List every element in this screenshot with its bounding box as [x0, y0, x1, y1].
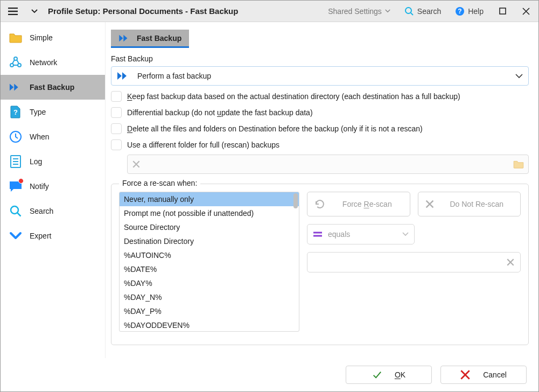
sidebar-item-label: Network — [30, 58, 57, 67]
search-icon — [9, 205, 22, 218]
scrollbar-thumb[interactable] — [293, 193, 298, 208]
sidebar-item-search[interactable]: Search — [1, 199, 105, 223]
combo-value: equals — [328, 230, 350, 239]
combo-value: Perform a fast backup — [137, 72, 211, 80]
checkbox-label: Delete all the files and folders on Dest… — [127, 124, 423, 133]
svg-point-6 — [18, 64, 21, 67]
list-item[interactable]: Never, manually only — [120, 192, 299, 206]
sidebar-item-label: Type — [30, 108, 46, 116]
sidebar: Simple Network Fast Backup ? Type — [1, 22, 106, 358]
section-label: Fast Backup — [111, 54, 529, 63]
titlebar: Profile Setup: Personal Documents - Fast… — [1, 1, 538, 22]
fast-backup-mode-combo[interactable]: Perform a fast backup — [111, 66, 529, 86]
list-item[interactable]: Prompt me (not possible if unattended) — [120, 206, 299, 220]
list-item[interactable]: Source Directory — [120, 220, 299, 234]
rescan-group: Force a re-scan when: Never, manually on… — [111, 184, 529, 345]
dialog-footer: OK Cancel — [1, 358, 538, 391]
svg-point-5 — [10, 64, 13, 67]
list-item[interactable]: Destination Directory — [120, 234, 299, 248]
fast-backup-icon — [117, 71, 131, 81]
list-item[interactable]: %DAYODDEVEN% — [120, 318, 299, 332]
button-label: OK — [395, 370, 405, 379]
sidebar-item-label: Expert — [30, 232, 51, 240]
list-item[interactable]: %DATE% — [120, 262, 299, 276]
group-legend: Force a re-scan when: — [119, 179, 200, 187]
sidebar-item-network[interactable]: Network — [1, 50, 105, 75]
list-item[interactable]: %DAY% — [120, 276, 299, 290]
profile-setup-window: Profile Setup: Personal Documents - Fast… — [0, 0, 539, 392]
sidebar-item-log[interactable]: Log — [1, 149, 105, 174]
sidebar-item-label: Log — [30, 157, 42, 166]
tab-strip: Fast Backup — [111, 25, 529, 48]
rescan-folder-input[interactable] — [127, 155, 529, 174]
expert-icon — [9, 229, 22, 242]
hamburger-menu-icon[interactable] — [5, 3, 21, 19]
checkbox-label: Use a different folder for full (rescan)… — [127, 141, 279, 149]
sidebar-item-type[interactable]: ? Type — [1, 100, 105, 124]
checkbox-label: Keep fast backup data based on the actua… — [127, 92, 460, 101]
document-icon: ? — [9, 106, 22, 118]
rescan-trigger-list[interactable]: Never, manually only Prompt me (not poss… — [119, 192, 299, 332]
svg-rect-3 — [500, 8, 506, 14]
chevron-down-icon — [385, 9, 390, 13]
notify-icon — [9, 180, 22, 193]
sidebar-item-when[interactable]: When — [1, 124, 105, 149]
svg-point-0 — [405, 8, 411, 13]
clear-icon[interactable] — [132, 160, 141, 169]
dropdown-chevron-icon[interactable] — [26, 3, 43, 19]
sidebar-item-label: Search — [30, 207, 53, 215]
svg-point-10 — [11, 206, 18, 214]
folder-icon[interactable] — [513, 160, 524, 169]
window-title: Profile Setup: Personal Documents - Fast… — [48, 6, 238, 16]
button-label: Do Not Re-scan — [440, 200, 514, 208]
condition-value-input[interactable] — [307, 252, 521, 272]
clock-icon — [9, 130, 22, 143]
close-button[interactable] — [518, 3, 534, 19]
sidebar-item-simple[interactable]: Simple — [1, 25, 105, 50]
sidebar-item-label: When — [30, 132, 50, 141]
ok-button[interactable]: OK — [346, 366, 432, 384]
svg-text:?: ? — [458, 8, 462, 15]
sidebar-item-label: Notify — [30, 182, 49, 191]
close-icon — [425, 199, 435, 209]
cancel-button[interactable]: Cancel — [440, 366, 527, 384]
close-icon — [460, 370, 470, 380]
do-not-rescan-button[interactable]: Do Not Re-scan — [418, 192, 521, 216]
network-icon — [9, 56, 22, 69]
condition-combo[interactable]: equals — [307, 224, 415, 244]
checkbox-diff-folder[interactable] — [111, 139, 122, 150]
shared-settings-label: Shared Settings — [328, 7, 382, 16]
checkbox-delete[interactable] — [111, 123, 122, 134]
list-item[interactable]: %DAY_N% — [120, 290, 299, 304]
fast-backup-icon — [9, 81, 22, 94]
sidebar-item-expert[interactable]: Expert — [1, 223, 105, 248]
maximize-button[interactable] — [494, 3, 510, 19]
list-item[interactable]: %DAY_P% — [120, 304, 299, 318]
search-button[interactable]: Search — [401, 4, 444, 18]
tab-label: Fast Backup — [137, 34, 181, 43]
refresh-icon — [314, 198, 326, 210]
sidebar-item-notify[interactable]: Notify — [1, 174, 105, 199]
folder-icon — [9, 31, 22, 44]
check-icon — [372, 370, 382, 380]
button-label: Cancel — [483, 370, 507, 379]
list-item[interactable]: %AUTOINC% — [120, 248, 299, 262]
sidebar-item-fast-backup[interactable]: Fast Backup — [1, 75, 105, 100]
chevron-down-icon — [402, 232, 409, 236]
main-content: Fast Backup Fast Backup Perform a fast b… — [106, 22, 538, 358]
svg-text:?: ? — [13, 108, 18, 116]
shared-settings-button[interactable]: Shared Settings — [325, 5, 394, 18]
checkbox-label: Differential backup (do not update the f… — [127, 108, 313, 117]
checkbox-differential[interactable] — [111, 107, 122, 118]
help-icon: ? — [455, 6, 465, 16]
force-rescan-button[interactable]: Force Re-scan — [307, 192, 410, 216]
search-label: Search — [417, 7, 441, 16]
sidebar-item-label: Simple — [30, 33, 53, 42]
chevron-down-icon — [515, 74, 523, 79]
log-icon — [9, 155, 22, 168]
tab-fast-backup[interactable]: Fast Backup — [111, 30, 189, 48]
help-button[interactable]: ? Help — [452, 4, 487, 18]
clear-icon[interactable] — [506, 258, 515, 267]
checkbox-keep-data[interactable] — [111, 91, 122, 102]
fast-backup-icon — [118, 34, 131, 43]
